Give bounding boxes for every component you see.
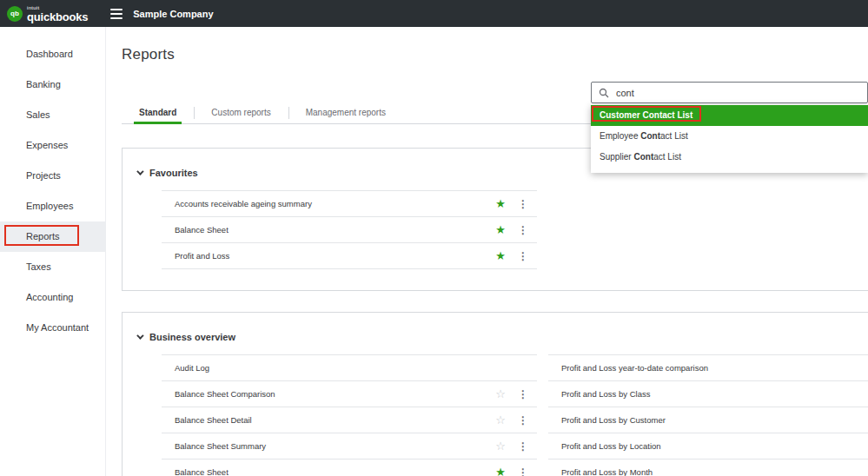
sidebar-item-label: Dashboard (26, 49, 73, 59)
row-menu-icon[interactable]: ⋮ (518, 467, 528, 476)
report-name[interactable]: Balance Sheet (175, 225, 495, 235)
brand-wordmark: intuit quickbooks (27, 5, 88, 23)
sidebar-item-expenses[interactable]: Expenses (0, 130, 105, 161)
app-window: qb intuit quickbooks Sample Company Dash… (0, 0, 868, 476)
star-filled-icon[interactable]: ★ (495, 198, 506, 209)
tab-management-reports[interactable]: Management reports (288, 102, 403, 123)
sidebar-item-banking[interactable]: Banking (0, 69, 105, 100)
report-name[interactable]: Balance Sheet Summary (175, 441, 495, 451)
star-filled-icon[interactable]: ★ (495, 224, 506, 235)
report-row-balance-sheet[interactable]: Balance Sheet★⋮ (162, 459, 537, 476)
report-row-profit-and-loss-by-location[interactable]: Profit and Loss by Location (548, 433, 868, 459)
report-row-balance-sheet-comparison[interactable]: Balance Sheet Comparison☆⋮ (162, 381, 537, 407)
brand-intuit-label: intuit (27, 5, 88, 10)
main-content: Reports StandardCustom reportsManagement… (106, 27, 868, 476)
sidebar-item-taxes[interactable]: Taxes (0, 252, 105, 282)
tab-custom-reports[interactable]: Custom reports (194, 102, 288, 123)
search-box[interactable] (591, 82, 868, 103)
row-menu-icon[interactable]: ⋮ (518, 199, 528, 209)
sidebar-item-dashboard[interactable]: Dashboard (0, 39, 105, 69)
page-title: Reports (122, 46, 175, 63)
hamburger-menu-icon[interactable] (110, 9, 123, 19)
sidebar-item-label: My Accountant (26, 322, 89, 333)
suggestion-customer-contact-list[interactable]: Customer Contact List (591, 105, 868, 126)
report-column-0: Audit LogBalance Sheet Comparison☆⋮Balan… (162, 354, 537, 476)
sidebar-item-label: Accounting (26, 292, 73, 302)
report-name[interactable]: Profit and Loss by Class (561, 389, 868, 399)
sidebar-item-projects[interactable]: Projects (0, 161, 105, 191)
section-title: Business overview (149, 332, 235, 342)
report-column-0: Accounts receivable ageing summary★⋮Bala… (162, 190, 537, 269)
report-row-profit-and-loss-by-month[interactable]: Profit and Loss by Month (548, 459, 868, 476)
sidebar-item-label: Employees (26, 201, 73, 211)
search-suggestions: Customer Contact ListEmployee Contact Li… (591, 105, 868, 173)
search-icon (599, 88, 609, 98)
sidebar-item-sales[interactable]: Sales (0, 100, 105, 130)
row-menu-icon[interactable]: ⋮ (518, 225, 528, 235)
suggestion-employee-contact-list[interactable]: Employee Contact List (591, 126, 868, 147)
row-menu-icon[interactable]: ⋮ (518, 441, 528, 452)
report-row-accounts-receivable-ageing-summary[interactable]: Accounts receivable ageing summary★⋮ (162, 191, 537, 217)
report-row-profit-and-loss-by-customer[interactable]: Profit and Loss by Customer (548, 407, 868, 433)
sidebar-item-my-accountant[interactable]: My Accountant (0, 313, 105, 343)
row-menu-icon[interactable]: ⋮ (518, 415, 528, 426)
report-column-1: Profit and Loss year-to-date comparisonP… (548, 354, 868, 476)
business-overview-section-card: Business overview Audit LogBalance Sheet… (122, 312, 868, 476)
sidebar-item-label: Banking (26, 79, 61, 89)
row-menu-icon[interactable]: ⋮ (518, 251, 528, 261)
top-bar: qb intuit quickbooks Sample Company (0, 0, 868, 27)
search-input[interactable] (614, 87, 860, 99)
report-name[interactable]: Profit and Loss by Location (561, 441, 868, 451)
report-name[interactable]: Profit and Loss year-to-date comparison (561, 363, 868, 373)
quickbooks-logo-icon: qb (7, 6, 23, 22)
star-filled-icon[interactable]: ★ (495, 250, 506, 261)
star-outline-icon[interactable]: ☆ (495, 388, 506, 400)
tab-standard[interactable]: Standard (122, 102, 194, 123)
report-name[interactable]: Balance Sheet (175, 467, 495, 476)
report-name[interactable]: Audit Log (175, 363, 528, 373)
sidebar-item-label: Expenses (26, 140, 68, 150)
star-filled-icon[interactable]: ★ (495, 466, 506, 476)
report-name[interactable]: Profit and Loss by Month (561, 467, 868, 476)
report-row-profit-and-loss-by-class[interactable]: Profit and Loss by Class (548, 381, 868, 407)
report-name[interactable]: Balance Sheet Comparison (175, 389, 495, 399)
section-title: Favourites (149, 168, 198, 178)
suggestion-supplier-contact-list[interactable]: Supplier Contact List (591, 147, 868, 168)
report-row-balance-sheet[interactable]: Balance Sheet★⋮ (162, 217, 537, 243)
report-row-balance-sheet-summary[interactable]: Balance Sheet Summary☆⋮ (162, 433, 537, 459)
company-name: Sample Company (133, 9, 213, 19)
report-search: Customer Contact ListEmployee Contact Li… (591, 82, 868, 173)
sidebar-nav: DashboardBankingSalesExpensesProjectsEmp… (0, 27, 106, 476)
brand-quickbooks-label: quickbooks (27, 11, 88, 23)
report-row-profit-and-loss[interactable]: Profit and Loss★⋮ (162, 243, 537, 269)
report-name[interactable]: Profit and Loss by Customer (561, 415, 868, 425)
report-name[interactable]: Balance Sheet Detail (175, 415, 495, 425)
report-name[interactable]: Accounts receivable ageing summary (175, 199, 495, 208)
row-menu-icon[interactable]: ⋮ (518, 389, 528, 400)
chevron-down-icon (136, 332, 143, 339)
star-outline-icon[interactable]: ☆ (495, 440, 506, 452)
sidebar-item-employees[interactable]: Employees (0, 191, 105, 221)
report-row-balance-sheet-detail[interactable]: Balance Sheet Detail☆⋮ (162, 407, 537, 433)
sidebar-item-accounting[interactable]: Accounting (0, 282, 105, 313)
sidebar-item-reports[interactable]: Reports (0, 221, 105, 252)
report-row-profit-and-loss-year-to-date-comparison[interactable]: Profit and Loss year-to-date comparison (548, 355, 868, 381)
star-outline-icon[interactable]: ☆ (495, 414, 506, 426)
chevron-down-icon (136, 168, 143, 175)
business-overview-section-header[interactable]: Business overview (123, 313, 868, 354)
report-name[interactable]: Profit and Loss (175, 251, 495, 261)
sidebar-item-label: Projects (26, 170, 61, 181)
sidebar-item-label: Sales (26, 109, 50, 120)
sidebar-item-label: Reports (26, 231, 60, 241)
sidebar-item-label: Taxes (26, 261, 51, 272)
report-row-audit-log[interactable]: Audit Log (162, 355, 537, 381)
